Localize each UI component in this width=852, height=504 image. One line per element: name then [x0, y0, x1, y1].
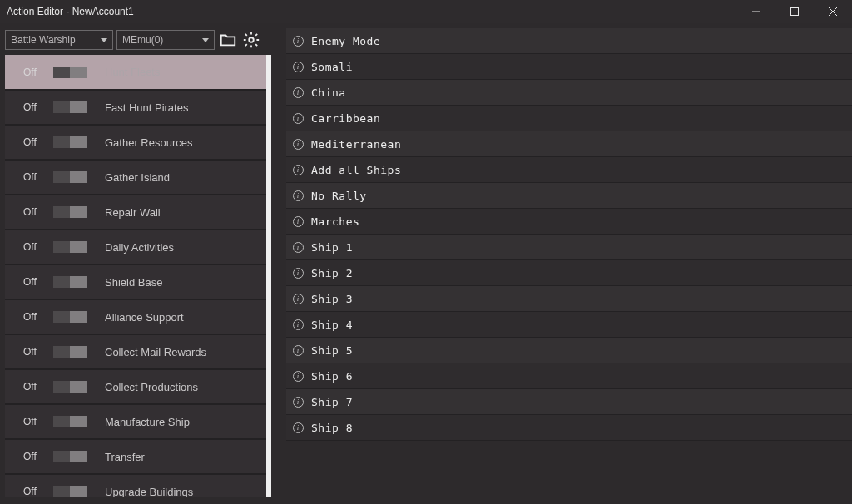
sidebar-item[interactable]: OffDaily Activities: [5, 230, 266, 264]
titlebar: Action Editor - NewAccount1: [0, 0, 852, 23]
setting-row: iShip 5: [286, 338, 852, 363]
sidebar-item[interactable]: OffRepair Wall: [5, 195, 266, 230]
toggle-state-label: Off: [23, 136, 43, 148]
toggle-switch[interactable]: [53, 346, 87, 358]
toggle-state-label: Off: [23, 101, 43, 113]
setting-row: iCarribbeanoff: [286, 106, 852, 131]
sidebar-item[interactable]: OffGather Island: [5, 160, 266, 195]
info-icon[interactable]: i: [291, 137, 305, 151]
toggle-switch[interactable]: [53, 381, 87, 393]
info-icon[interactable]: i: [291, 318, 305, 331]
setting-label: Carribbean: [311, 112, 380, 125]
setting-row: iShip 8: [286, 415, 852, 441]
setting-label: China: [311, 86, 346, 99]
setting-label: Mediterranean: [311, 138, 401, 151]
setting-label: Ship 1: [311, 241, 353, 254]
sidebar-item[interactable]: OffShield Base: [5, 264, 266, 299]
info-icon[interactable]: i: [291, 266, 305, 279]
info-icon[interactable]: i: [291, 395, 305, 408]
toggle-state-label: Off: [23, 276, 43, 288]
info-icon[interactable]: i: [291, 343, 305, 357]
info-icon[interactable]: i: [291, 111, 305, 125]
info-icon[interactable]: i: [291, 421, 305, 434]
toggle-switch[interactable]: [53, 276, 87, 288]
setting-label: Ship 4: [311, 319, 353, 331]
toggle-switch[interactable]: [53, 206, 87, 218]
svg-rect-1: [791, 8, 799, 16]
toggle-switch[interactable]: [53, 136, 87, 148]
info-icon[interactable]: i: [291, 292, 305, 305]
setting-label: Add all Ships: [311, 164, 401, 176]
toggle-switch[interactable]: [53, 486, 87, 497]
info-icon[interactable]: i: [291, 189, 305, 202]
sidebar-item-label: Gather Resources: [105, 136, 193, 149]
scrollbar[interactable]: [266, 55, 271, 497]
toggle-switch[interactable]: [53, 101, 87, 113]
toolbar: Battle Warship MEmu(0): [5, 28, 271, 52]
toggle-state-label: Off: [23, 381, 43, 393]
info-icon[interactable]: i: [291, 369, 305, 383]
sidebar-item-label: Manufacture Ship: [105, 416, 190, 428]
maximize-button[interactable]: [775, 0, 814, 23]
toggle-switch[interactable]: [53, 451, 87, 462]
setting-row: iSomali11: [286, 54, 852, 80]
toggle-state-label: Off: [23, 486, 43, 497]
emulator-select[interactable]: MEmu(0): [116, 30, 215, 50]
open-folder-button[interactable]: [218, 30, 238, 50]
minimize-button[interactable]: [737, 0, 775, 23]
sidebar-item-label: Collect Mail Rewards: [105, 346, 206, 358]
info-icon[interactable]: i: [291, 34, 305, 47]
sidebar-item[interactable]: OffManufacture Ship: [5, 404, 266, 439]
setting-label: Ship 5: [311, 344, 353, 357]
sidebar-item[interactable]: OffHunt Fleets: [5, 55, 266, 90]
emulator-select-value: MEmu(0): [122, 34, 163, 46]
info-icon[interactable]: i: [291, 215, 305, 228]
info-icon[interactable]: i: [291, 163, 305, 176]
close-button[interactable]: [814, 0, 852, 23]
toggle-switch[interactable]: [53, 67, 87, 78]
settings-panel: iEnemy ModeSomaliiSomali11iChinaoffiCarr…: [286, 28, 852, 504]
setting-row: iMediterraneanoff: [286, 131, 852, 157]
sidebar-item[interactable]: OffGather Resources: [5, 125, 266, 160]
setting-label: Enemy Mode: [311, 35, 380, 47]
toggle-switch[interactable]: [53, 241, 87, 253]
setting-row: iShip 4: [286, 312, 852, 338]
setting-label: Ship 2: [311, 267, 353, 279]
window-title: Action Editor - NewAccount1: [7, 6, 134, 17]
setting-row: iShip 6: [286, 363, 852, 389]
info-icon[interactable]: i: [291, 86, 305, 99]
sidebar-item-label: Upgrade Buildings: [105, 486, 193, 498]
sidebar-item-label: Transfer: [105, 451, 145, 463]
svg-point-4: [249, 37, 254, 42]
sidebar-item[interactable]: OffTransfer: [5, 439, 266, 474]
setting-row: iShip 7: [286, 389, 852, 415]
setting-label: No Rally: [311, 190, 367, 202]
toggle-switch[interactable]: [53, 311, 87, 323]
setting-row: iAdd all Ships: [286, 157, 852, 183]
setting-row: iChinaoff: [286, 80, 852, 106]
setting-label: Ship 7: [311, 396, 353, 408]
setting-row: iMarches3: [286, 209, 852, 235]
setting-row: iShip 3: [286, 286, 852, 312]
sidebar-item-label: Shield Base: [105, 276, 162, 289]
toggle-state-label: Off: [23, 67, 43, 78]
toggle-switch[interactable]: [53, 416, 87, 427]
info-icon[interactable]: i: [291, 60, 305, 73]
sidebar-item-label: Fast Hunt Pirates: [105, 101, 188, 114]
sidebar-item[interactable]: OffCollect Productions: [5, 369, 266, 404]
sidebar-item[interactable]: OffFast Hunt Pirates: [5, 90, 266, 125]
toggle-switch[interactable]: [53, 171, 87, 183]
sidebar-item-label: Collect Productions: [105, 381, 198, 393]
info-icon[interactable]: i: [291, 240, 305, 254]
setting-label: Marches: [311, 215, 359, 228]
settings-button[interactable]: [241, 30, 261, 50]
toggle-state-label: Off: [23, 311, 43, 323]
sidebar: OffHunt FleetsOffFast Hunt PiratesOffGat…: [5, 55, 271, 497]
toggle-state-label: Off: [23, 206, 43, 218]
game-select[interactable]: Battle Warship: [5, 30, 113, 50]
setting-label: Ship 6: [311, 370, 353, 383]
sidebar-item[interactable]: OffCollect Mail Rewards: [5, 334, 266, 369]
sidebar-item[interactable]: OffAlliance Support: [5, 299, 266, 334]
game-select-value: Battle Warship: [11, 34, 76, 46]
sidebar-item[interactable]: OffUpgrade Buildings: [5, 474, 266, 497]
